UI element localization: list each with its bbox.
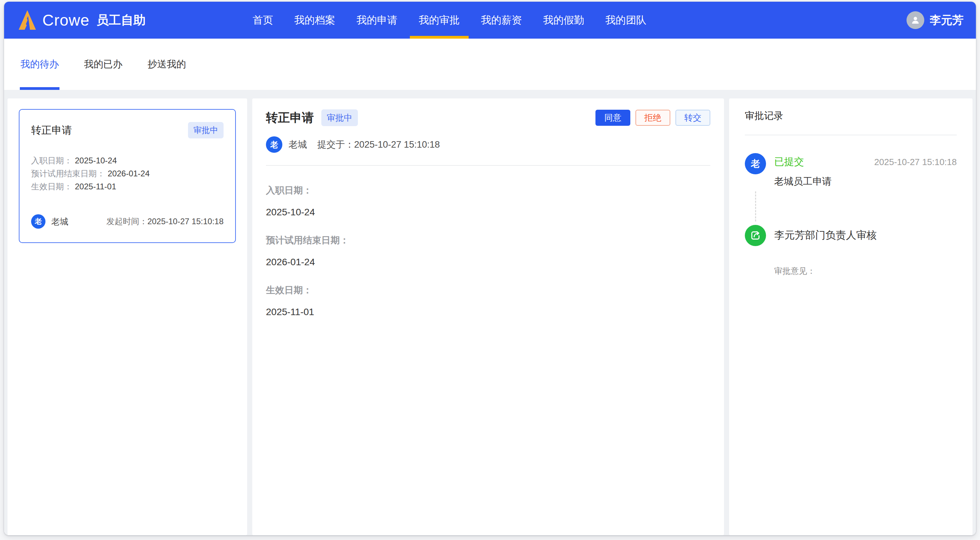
timeline-step-title: 李元芳部门负责人审核 bbox=[774, 228, 957, 242]
status-badge: 审批中 bbox=[188, 122, 224, 138]
field-row: 入职日期： 2025-10-24 bbox=[31, 154, 224, 167]
timeline-comment-label: 审批意见： bbox=[774, 265, 957, 276]
timeline-connector bbox=[755, 191, 756, 221]
nav-item-my-files[interactable]: 我的档案 bbox=[284, 2, 346, 39]
start-time: 发起时间：2025-10-27 15:10:18 bbox=[106, 216, 224, 227]
timeline-entry-body: 已提交 2025-10-27 15:10:18 老城员工申请 bbox=[774, 153, 957, 188]
user-name: 李元芳 bbox=[930, 13, 964, 28]
brand-name: Crowe bbox=[42, 11, 89, 29]
timeline-avatar: 老 bbox=[745, 153, 766, 174]
field-group: 预计试用结束日期： 2026-01-24 bbox=[266, 234, 710, 268]
start-time-value: 2025-10-27 15:10:18 bbox=[147, 217, 224, 226]
approval-tabbar: 我的待办 我的已办 抄送我的 bbox=[4, 39, 976, 90]
status-badge: 审批中 bbox=[321, 110, 358, 126]
top-nav: Crowe 员工自助 首页 我的档案 我的申请 我的审批 我的薪资 我的假勤 我… bbox=[4, 2, 976, 39]
field-value: 2025-11-01 bbox=[75, 180, 116, 193]
field-value: 2026-01-24 bbox=[266, 257, 710, 268]
tab-my-done[interactable]: 我的已办 bbox=[83, 39, 123, 90]
field-label: 生效日期： bbox=[31, 180, 72, 193]
initiator-avatar: 老 bbox=[31, 214, 46, 229]
todo-card-header: 转正申请 审批中 bbox=[31, 122, 224, 138]
nav-item-my-applications[interactable]: 我的申请 bbox=[346, 2, 408, 39]
forward-share-icon bbox=[745, 225, 766, 246]
field-value: 2025-10-24 bbox=[266, 207, 710, 218]
detail-header: 转正申请 审批中 同意 拒绝 转交 bbox=[266, 110, 710, 126]
field-group: 生效日期： 2025-11-01 bbox=[266, 284, 710, 318]
field-value: 2025-10-24 bbox=[75, 154, 117, 167]
field-row: 预计试用结束日期： 2026-01-24 bbox=[31, 167, 224, 180]
nav-item-my-team[interactable]: 我的团队 bbox=[595, 2, 657, 39]
submitted-time: 提交于：2025-10-27 15:10:18 bbox=[317, 138, 440, 151]
submitted-time-label: 提交于： bbox=[317, 140, 354, 150]
approval-record-title: 审批记录 bbox=[745, 110, 957, 122]
content-area: 转正申请 审批中 入职日期： 2025-10-24 预计试用结束日期： 2026… bbox=[4, 90, 976, 535]
action-buttons: 同意 拒绝 转交 bbox=[595, 110, 710, 126]
timeline-status: 已提交 bbox=[774, 155, 804, 169]
field-value: 2025-11-01 bbox=[266, 307, 710, 318]
crowe-mountain-logo-icon bbox=[16, 10, 36, 31]
field-group: 入职日期： 2025-10-24 bbox=[266, 184, 710, 218]
submitter-avatar: 老 bbox=[266, 137, 282, 153]
reject-button[interactable]: 拒绝 bbox=[635, 110, 670, 126]
detail-panel: 转正申请 审批中 同意 拒绝 转交 老 老城 提交于：2025-10-27 15… bbox=[252, 98, 724, 535]
tab-cc-to-me[interactable]: 抄送我的 bbox=[147, 39, 187, 90]
brand: Crowe 员工自助 bbox=[16, 10, 146, 31]
user-avatar bbox=[907, 11, 924, 29]
tab-my-todo[interactable]: 我的待办 bbox=[20, 39, 59, 90]
start-time-label: 发起时间： bbox=[106, 217, 147, 226]
nav-item-my-approvals[interactable]: 我的审批 bbox=[408, 2, 470, 39]
divider bbox=[745, 135, 957, 135]
nav-item-home[interactable]: 首页 bbox=[242, 2, 284, 39]
field-label: 生效日期： bbox=[266, 284, 710, 296]
person-icon bbox=[910, 14, 921, 26]
approval-record-panel: 审批记录 老 已提交 2025-10-27 15:10:18 老城员工申请 bbox=[729, 98, 972, 535]
submitter-name: 老城 bbox=[288, 138, 307, 151]
transfer-button[interactable]: 转交 bbox=[675, 110, 710, 126]
timeline-time: 2025-10-27 15:10:18 bbox=[874, 157, 957, 167]
todo-card[interactable]: 转正申请 审批中 入职日期： 2025-10-24 预计试用结束日期： 2026… bbox=[19, 109, 236, 243]
initiator-name: 老城 bbox=[51, 216, 68, 227]
detail-title: 转正申请 bbox=[266, 110, 314, 126]
submitted-time-value: 2025-10-27 15:10:18 bbox=[354, 140, 440, 150]
todo-card-title: 转正申请 bbox=[31, 123, 72, 137]
detail-fields: 入职日期： 2025-10-24 预计试用结束日期： 2026-01-24 生效… bbox=[266, 184, 710, 318]
todo-card-fields: 入职日期： 2025-10-24 预计试用结束日期： 2026-01-24 生效… bbox=[31, 154, 224, 193]
approve-button[interactable]: 同意 bbox=[595, 110, 630, 126]
todo-list-panel: 转正申请 审批中 入职日期： 2025-10-24 预计试用结束日期： 2026… bbox=[8, 98, 247, 535]
field-label: 预计试用结束日期： bbox=[266, 234, 710, 246]
nav-item-my-attendance[interactable]: 我的假勤 bbox=[533, 2, 595, 39]
field-label: 入职日期： bbox=[266, 184, 710, 197]
field-label: 入职日期： bbox=[31, 154, 72, 167]
timeline-entry-body: 李元芳部门负责人审核 审批意见： bbox=[774, 225, 957, 276]
nav-item-my-salary[interactable]: 我的薪资 bbox=[470, 2, 533, 39]
field-label: 预计试用结束日期： bbox=[31, 167, 105, 180]
timeline-desc: 老城员工申请 bbox=[774, 175, 957, 188]
submitter-row: 老 老城 提交于：2025-10-27 15:10:18 bbox=[266, 137, 710, 153]
brand-product-name: 员工自助 bbox=[96, 12, 146, 29]
field-row: 生效日期： 2025-11-01 bbox=[31, 180, 224, 193]
divider bbox=[266, 165, 710, 166]
timeline-entry-submitted: 老 已提交 2025-10-27 15:10:18 老城员工申请 bbox=[745, 153, 957, 188]
timeline-entry-pending-review: 李元芳部门负责人审核 审批意见： bbox=[745, 225, 957, 276]
approval-timeline: 老 已提交 2025-10-27 15:10:18 老城员工申请 bbox=[745, 153, 957, 276]
app-window: Crowe 员工自助 首页 我的档案 我的申请 我的审批 我的薪资 我的假勤 我… bbox=[4, 2, 976, 535]
field-value: 2026-01-24 bbox=[108, 167, 150, 180]
nav-menu: 首页 我的档案 我的申请 我的审批 我的薪资 我的假勤 我的团队 bbox=[242, 2, 657, 39]
user-chip[interactable]: 李元芳 bbox=[907, 11, 964, 29]
todo-card-footer: 老 老城 发起时间：2025-10-27 15:10:18 bbox=[31, 214, 224, 229]
